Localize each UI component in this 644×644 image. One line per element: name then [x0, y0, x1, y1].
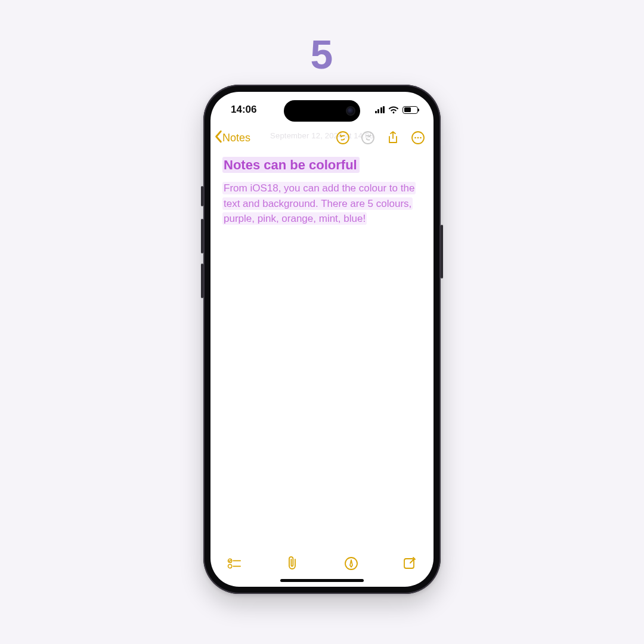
nav-bar: Notes	[210, 125, 434, 150]
checklist-button[interactable]	[227, 556, 242, 571]
home-indicator[interactable]	[280, 579, 364, 582]
wifi-icon	[388, 106, 399, 114]
svg-point-10	[345, 558, 357, 569]
note-title: Notes can be colorful	[222, 157, 360, 173]
battery-icon	[402, 106, 418, 114]
status-icons	[375, 106, 419, 114]
bottom-toolbar	[210, 549, 434, 578]
phone-screen: 14:06 September 12, 2024 at 14:03 Notes	[210, 92, 434, 587]
phone-power-button	[441, 225, 443, 278]
back-label: Notes	[222, 132, 250, 144]
phone-frame: 14:06 September 12, 2024 at 14:03 Notes	[203, 85, 441, 594]
status-time: 14:06	[231, 104, 256, 116]
undo-button[interactable]	[336, 131, 350, 145]
compose-button[interactable]	[402, 556, 417, 571]
more-button[interactable]	[411, 131, 425, 145]
svg-point-0	[337, 132, 349, 144]
markup-button[interactable]	[344, 556, 358, 571]
note-body: From iOS18, you can add the colour to th…	[222, 181, 422, 227]
svg-point-1	[362, 132, 374, 144]
front-camera-icon	[347, 107, 354, 114]
redo-button	[361, 131, 375, 145]
attachment-button[interactable]	[286, 556, 300, 571]
cellular-signal-icon	[375, 106, 385, 113]
svg-point-8	[228, 564, 231, 568]
share-button[interactable]	[386, 131, 400, 145]
note-content[interactable]: Notes can be colorful From iOS18, you ca…	[222, 156, 422, 227]
svg-point-3	[414, 137, 416, 139]
back-button[interactable]: Notes	[214, 130, 250, 145]
phone-volume-down	[201, 264, 203, 298]
slide-number: 5	[311, 31, 334, 78]
svg-point-4	[417, 137, 419, 139]
svg-point-5	[420, 137, 422, 139]
dynamic-island	[284, 100, 360, 122]
phone-silent-switch	[201, 186, 203, 206]
phone-volume-up	[201, 219, 203, 253]
